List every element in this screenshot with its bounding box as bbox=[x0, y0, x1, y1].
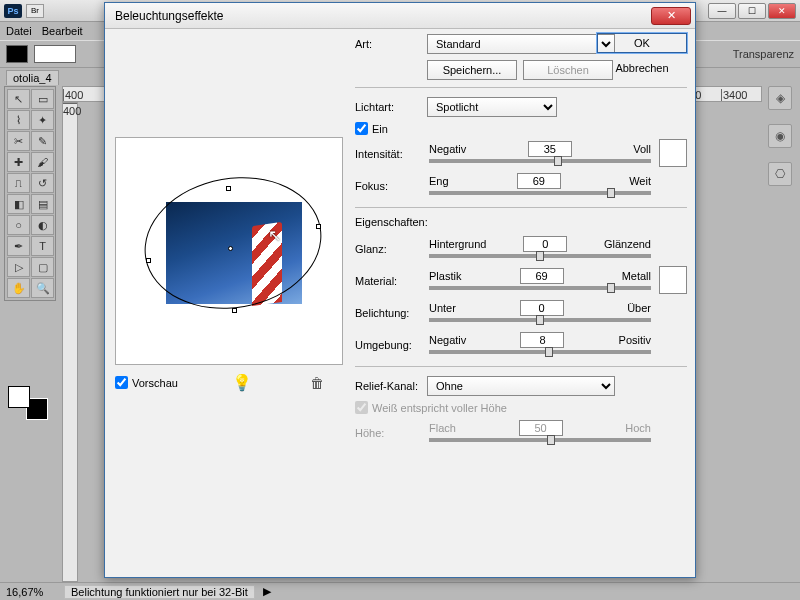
foreground-background-swatch[interactable] bbox=[8, 386, 48, 420]
slider-thumb[interactable] bbox=[536, 315, 544, 325]
ok-button[interactable]: OK bbox=[597, 33, 687, 53]
material-label: Material: bbox=[355, 275, 427, 287]
shape-tool-icon[interactable]: ▢ bbox=[31, 257, 54, 277]
status-bar: 16,67% Belichtung funktioniert nur bei 3… bbox=[0, 582, 800, 600]
close-button[interactable]: ✕ bbox=[768, 3, 796, 19]
intensity-value[interactable]: 35 bbox=[528, 141, 572, 157]
blur-tool-icon[interactable]: ○ bbox=[7, 215, 30, 235]
paths-panel-icon[interactable]: ⎔ bbox=[768, 162, 792, 186]
height-value: 50 bbox=[519, 420, 563, 436]
slider-thumb[interactable] bbox=[536, 251, 544, 261]
intensity-slider[interactable] bbox=[429, 159, 651, 163]
slider-thumb[interactable] bbox=[554, 156, 562, 166]
white-high-checkbox: Weiß entspricht voller Höhe bbox=[355, 401, 687, 414]
preview-box[interactable]: ↖ bbox=[115, 137, 343, 365]
light-ellipse[interactable] bbox=[134, 164, 332, 323]
brush-tool-icon[interactable]: 🖌 bbox=[31, 152, 54, 172]
light-handle[interactable] bbox=[232, 308, 237, 313]
status-message: Belichtung funktioniert nur bei 32-Bit bbox=[64, 585, 255, 599]
lightbulb-icon[interactable]: 💡 bbox=[232, 373, 252, 392]
dialog-title: Beleuchtungseffekte bbox=[115, 9, 224, 23]
lasso-tool-icon[interactable]: ⌇ bbox=[7, 110, 30, 130]
material-slider[interactable] bbox=[429, 286, 651, 290]
crop-tool-icon[interactable]: ✂ bbox=[7, 131, 30, 151]
stamp-tool-icon[interactable]: ⎍ bbox=[7, 173, 30, 193]
gloss-label: Glanz: bbox=[355, 243, 427, 255]
layers-panel-icon[interactable]: ◈ bbox=[768, 86, 792, 110]
menu-edit[interactable]: Bearbeit bbox=[42, 25, 83, 37]
slider-thumb bbox=[547, 435, 555, 445]
zoom-tool-icon[interactable]: 🔍 bbox=[31, 278, 54, 298]
br-icon: Br bbox=[26, 4, 44, 18]
tool-panel: ↖ ▭ ⌇ ✦ ✂ ✎ ✚ 🖌 ⎍ ↺ ◧ ▤ ○ ◐ ✒ T ▷ ▢ ✋ 🔍 bbox=[4, 86, 56, 301]
texture-channel-select[interactable]: Ohne bbox=[427, 376, 615, 396]
on-checkbox[interactable]: Ein bbox=[355, 122, 687, 135]
zoom-level[interactable]: 16,67% bbox=[6, 586, 56, 598]
dodge-tool-icon[interactable]: ◐ bbox=[31, 215, 54, 235]
dialog-titlebar[interactable]: Beleuchtungseffekte ✕ bbox=[105, 3, 695, 29]
cursor-icon: ↖ bbox=[268, 226, 281, 245]
minimize-button[interactable]: — bbox=[708, 3, 736, 19]
toolbar-transparency-label: Transparenz bbox=[733, 48, 794, 60]
menu-file[interactable]: Datei bbox=[6, 25, 32, 37]
texture-channel-label: Relief-Kanal: bbox=[355, 380, 427, 392]
light-handle[interactable] bbox=[226, 186, 231, 191]
focus-slider[interactable] bbox=[429, 191, 651, 195]
type-tool-icon[interactable]: T bbox=[31, 236, 54, 256]
height-slider bbox=[429, 438, 651, 442]
save-button[interactable]: Speichern... bbox=[427, 60, 517, 80]
eyedropper-tool-icon[interactable]: ✎ bbox=[31, 131, 54, 151]
lighting-effects-dialog: Beleuchtungseffekte ✕ ↖ Vorschau bbox=[104, 2, 696, 578]
path-tool-icon[interactable]: ▷ bbox=[7, 257, 30, 277]
heal-tool-icon[interactable]: ✚ bbox=[7, 152, 30, 172]
marquee-tool-icon[interactable]: ▭ bbox=[31, 89, 54, 109]
light-center-handle[interactable] bbox=[228, 246, 233, 251]
maximize-button[interactable]: ☐ bbox=[738, 3, 766, 19]
dialog-close-button[interactable]: ✕ bbox=[651, 7, 691, 25]
light-type-select[interactable]: Spotlicht bbox=[427, 97, 557, 117]
history-brush-tool-icon[interactable]: ↺ bbox=[31, 173, 54, 193]
ambient-color-swatch[interactable] bbox=[659, 266, 687, 294]
intensity-label: Intensität: bbox=[355, 148, 427, 160]
wand-tool-icon[interactable]: ✦ bbox=[31, 110, 54, 130]
foreground-color[interactable] bbox=[8, 386, 30, 408]
pen-tool-icon[interactable]: ✒ bbox=[7, 236, 30, 256]
light-handle[interactable] bbox=[316, 224, 321, 229]
gradient-tool-icon[interactable]: ▤ bbox=[31, 194, 54, 214]
exposure-slider[interactable] bbox=[429, 318, 651, 322]
exposure-value[interactable]: 0 bbox=[520, 300, 564, 316]
focus-label: Fokus: bbox=[355, 180, 427, 192]
slider-thumb[interactable] bbox=[545, 347, 553, 357]
gloss-value[interactable]: 0 bbox=[523, 236, 567, 252]
document-tab[interactable]: otolia_4 bbox=[6, 70, 59, 85]
gradient-swatch[interactable] bbox=[34, 45, 76, 63]
style-select[interactable]: Standard bbox=[427, 34, 615, 54]
exposure-label: Belichtung: bbox=[355, 307, 427, 319]
slider-thumb[interactable] bbox=[607, 188, 615, 198]
material-value[interactable]: 69 bbox=[520, 268, 564, 284]
slider-thumb[interactable] bbox=[607, 283, 615, 293]
properties-label: Eigenschaften: bbox=[355, 216, 687, 228]
gloss-slider[interactable] bbox=[429, 254, 651, 258]
channels-panel-icon[interactable]: ◉ bbox=[768, 124, 792, 148]
style-label: Art: bbox=[355, 38, 427, 50]
ambience-value[interactable]: 8 bbox=[520, 332, 564, 348]
light-handle[interactable] bbox=[146, 258, 151, 263]
status-play-icon: ▶ bbox=[263, 585, 271, 598]
ps-icon: Ps bbox=[4, 4, 22, 18]
height-label: Höhe: bbox=[355, 427, 427, 439]
light-type-label: Lichtart: bbox=[355, 101, 427, 113]
move-tool-icon[interactable]: ↖ bbox=[7, 89, 30, 109]
hand-tool-icon[interactable]: ✋ bbox=[7, 278, 30, 298]
eraser-tool-icon[interactable]: ◧ bbox=[7, 194, 30, 214]
ambience-slider[interactable] bbox=[429, 350, 651, 354]
light-color-swatch[interactable] bbox=[659, 139, 687, 167]
preview-checkbox[interactable]: Vorschau bbox=[115, 376, 178, 389]
ruler-vertical: 400 bbox=[62, 102, 78, 582]
tool-preset-swatch[interactable] bbox=[6, 45, 28, 63]
right-panel-dock: ◈ ◉ ⎔ bbox=[768, 86, 796, 186]
ambience-label: Umgebung: bbox=[355, 339, 427, 351]
trash-icon[interactable]: 🗑 bbox=[310, 375, 324, 391]
cancel-button[interactable]: Abbrechen bbox=[597, 59, 687, 77]
focus-value[interactable]: 69 bbox=[517, 173, 561, 189]
